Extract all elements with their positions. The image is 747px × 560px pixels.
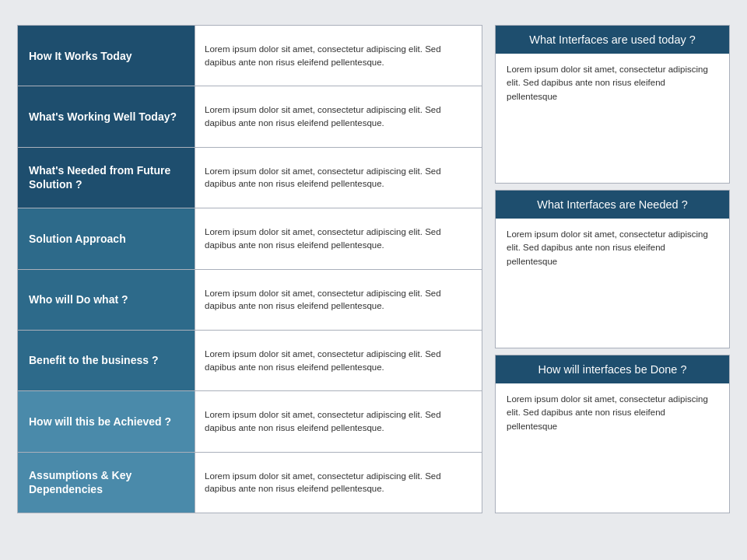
right-section-header: What Interfaces are Needed ? <box>496 191 729 219</box>
right-section-header: How will interfaces be Done ? <box>496 355 729 383</box>
row-label: What's Needed from Future Solution ? <box>18 148 195 208</box>
page: How It Works TodayLorem ipsum dolor sit … <box>0 0 747 560</box>
row-content: Lorem ipsum dolor sit amet, consectetur … <box>195 208 482 268</box>
table-row: Assumptions & Key DependenciesLorem ipsu… <box>18 453 482 513</box>
row-content: Lorem ipsum dolor sit amet, consectetur … <box>195 270 482 330</box>
table-row: Benefit to the business ?Lorem ipsum dol… <box>18 331 482 391</box>
row-content: Lorem ipsum dolor sit amet, consectetur … <box>195 148 482 208</box>
right-section-body: Lorem ipsum dolor sit amet, consectetur … <box>496 219 729 348</box>
right-section: What Interfaces are used today ?Lorem ip… <box>495 25 730 184</box>
right-section-body: Lorem ipsum dolor sit amet, consectetur … <box>496 383 729 513</box>
row-content: Lorem ipsum dolor sit amet, consectetur … <box>195 331 482 390</box>
row-label: Solution Approach <box>18 208 195 268</box>
row-content: Lorem ipsum dolor sit amet, consectetur … <box>195 86 482 146</box>
right-column: What Interfaces are used today ?Lorem ip… <box>495 25 730 513</box>
row-label: Who will Do what ? <box>18 270 195 330</box>
row-label: How will this be Achieved ? <box>18 391 195 451</box>
left-column: How It Works TodayLorem ipsum dolor sit … <box>17 25 482 513</box>
table-row: How It Works TodayLorem ipsum dolor sit … <box>18 26 482 86</box>
row-label: How It Works Today <box>18 26 195 86</box>
right-section: How will interfaces be Done ?Lorem ipsum… <box>495 355 730 513</box>
table-row: What's Working Well Today?Lorem ipsum do… <box>18 86 482 147</box>
right-section: What Interfaces are Needed ?Lorem ipsum … <box>495 190 730 348</box>
row-content: Lorem ipsum dolor sit amet, consectetur … <box>195 391 482 451</box>
table-row: What's Needed from Future Solution ?Lore… <box>18 148 482 208</box>
right-section-header: What Interfaces are used today ? <box>496 26 729 54</box>
row-label: What's Working Well Today? <box>18 86 195 146</box>
right-section-body: Lorem ipsum dolor sit amet, consectetur … <box>496 54 729 183</box>
row-content: Lorem ipsum dolor sit amet, consectetur … <box>195 453 482 513</box>
row-label: Assumptions & Key Dependencies <box>18 453 195 513</box>
table-row: How will this be Achieved ?Lorem ipsum d… <box>18 391 482 452</box>
table-row: Who will Do what ?Lorem ipsum dolor sit … <box>18 270 482 331</box>
table-row: Solution ApproachLorem ipsum dolor sit a… <box>18 208 482 269</box>
main-layout: How It Works TodayLorem ipsum dolor sit … <box>17 25 730 513</box>
row-label: Benefit to the business ? <box>18 331 195 390</box>
row-content: Lorem ipsum dolor sit amet, consectetur … <box>195 26 482 86</box>
